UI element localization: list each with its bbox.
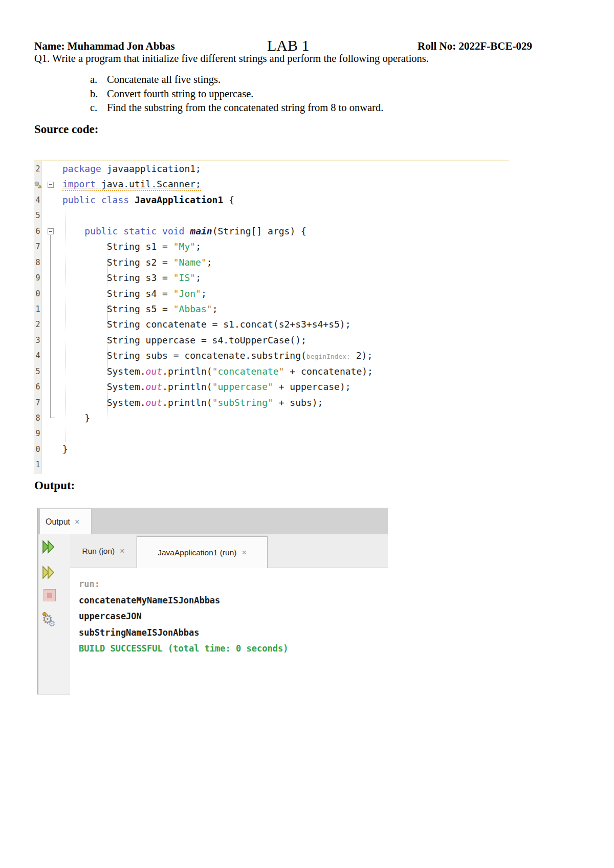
line-number: 9: [34, 426, 41, 441]
page-title: LAB 1: [267, 37, 310, 54]
console-lines: run:concatenateMyNameISJonAbbasuppercase…: [79, 576, 388, 657]
tab-run-jon[interactable]: Run (jon) ×: [70, 534, 137, 568]
code-lines[interactable]: 2package javaapplication1;import java.ut…: [34, 161, 509, 473]
code-line[interactable]: 7 System.out.println("subString" + subs)…: [34, 395, 509, 410]
line-number: 2: [34, 161, 41, 177]
unused-import-underline: import java.util.Scanner;: [62, 179, 201, 191]
roll-number: Roll No: 2022F-BCE-029: [418, 40, 532, 53]
code-line[interactable]: 3 String uppercase = s4.toUpperCase();: [34, 333, 509, 348]
code-line[interactable]: 6 System.out.println("uppercase" + upper…: [34, 379, 509, 395]
code-line[interactable]: 1: [34, 457, 509, 472]
code-line[interactable]: 5: [34, 208, 509, 223]
code-text: public class JavaApplication1 {: [62, 192, 234, 208]
line-number: 4: [34, 348, 41, 363]
code-line[interactable]: 0}: [34, 442, 509, 457]
rerun-with-changes-icon[interactable]: [42, 565, 57, 580]
code-text: String subs = concatenate.substring(begi…: [62, 348, 372, 364]
task-marker: c.: [90, 101, 107, 115]
line-number: 6: [34, 379, 41, 395]
console-output[interactable]: run:concatenateMyNameISJonAbbasuppercase…: [70, 568, 388, 695]
line-number: 8: [34, 255, 41, 270]
console-toolbar: ⚙⚙: [42, 534, 67, 550]
code-line[interactable]: 7 String s1 = "My";: [34, 239, 509, 254]
console-line: run:: [79, 576, 388, 593]
code-line[interactable]: 1 String s5 = "Abbas";: [34, 301, 509, 317]
code-text: System.out.println("uppercase" + upperca…: [62, 379, 351, 395]
stop-icon[interactable]: [43, 589, 59, 604]
code-text: package javaapplication1;: [62, 161, 201, 177]
console-line: concatenateMyNameISJonAbbas: [79, 593, 388, 609]
task-item: a. Concatenate all five stings.: [90, 73, 499, 87]
code-text: System.out.println("subString" + subs);: [62, 395, 323, 410]
tab-label: Output: [46, 517, 70, 527]
task-item: c. Find the substring from the concatena…: [90, 101, 499, 115]
task-marker: b.: [90, 87, 107, 101]
line-number: 7: [34, 239, 41, 254]
task-text: Convert fourth string to uppercase.: [107, 87, 253, 101]
tab-output-window[interactable]: Output ×: [39, 509, 92, 534]
output-panel: Output × ⚙⚙ Run (jon) × JavaApplication1…: [37, 508, 387, 695]
line-number: 6: [34, 224, 41, 239]
line-number: 0: [34, 286, 41, 301]
code-line[interactable]: 9 String s3 = "IS";: [34, 270, 509, 286]
code-line[interactable]: 6 public static void main(String[] args)…: [34, 224, 509, 239]
close-icon[interactable]: ×: [75, 517, 79, 527]
code-editor[interactable]: 2package javaapplication1;import java.ut…: [34, 160, 509, 474]
code-text: import java.util.Scanner;: [62, 177, 201, 192]
close-icon[interactable]: ×: [120, 547, 124, 556]
task-marker: a.: [90, 73, 107, 87]
output-window-tabstrip: Output ×: [38, 508, 388, 534]
line-number: 3: [34, 333, 41, 348]
code-line[interactable]: 4 String subs = concatenate.substring(be…: [34, 348, 509, 363]
fold-collapse-box[interactable]: [48, 182, 54, 188]
console-line: uppercaseJON: [79, 609, 388, 625]
fold-collapse-box[interactable]: [48, 228, 54, 234]
task-text: Find the substring from the concatenated…: [107, 101, 383, 115]
tab-label: Run (jon): [82, 547, 115, 556]
tab-label: JavaApplication1 (run): [158, 548, 236, 557]
warning-icon[interactable]: [34, 181, 41, 188]
tab-javaapplication1-run[interactable]: JavaApplication1 (run) ×: [137, 536, 268, 568]
code-line[interactable]: 5 System.out.println("concatenate" + con…: [34, 364, 509, 379]
line-number: 4: [34, 192, 41, 208]
fold-guide-line: [50, 235, 51, 418]
console-line: BUILD SUCCESSFUL (total time: 0 seconds): [79, 641, 388, 657]
code-text: String s2 = "Name";: [62, 255, 212, 270]
line-number: 5: [34, 208, 41, 223]
source-code-heading: Source code:: [34, 123, 98, 136]
task-text: Concatenate all five stings.: [107, 73, 221, 87]
line-number: 8: [34, 410, 41, 426]
code-text: public static void main(String[] args) {: [62, 224, 306, 239]
code-text: }: [62, 410, 90, 426]
question-text: Q1. Write a program that initialize five…: [34, 53, 546, 64]
settings-gears-icon[interactable]: ⚙⚙: [42, 612, 57, 627]
code-line[interactable]: 4public class JavaApplication1 {: [34, 192, 509, 208]
code-line[interactable]: 0 String s4 = "Jon";: [34, 286, 509, 301]
student-name: Name: Muhammad Jon Abbas: [34, 40, 175, 53]
line-number: 1: [34, 457, 41, 472]
task-item: b. Convert fourth string to uppercase.: [90, 87, 499, 101]
line-number: 1: [34, 301, 41, 317]
code-text: String s1 = "My";: [62, 239, 201, 254]
code-line[interactable]: 8 }: [34, 410, 509, 426]
code-text: String uppercase = s4.toUpperCase();: [62, 333, 306, 348]
rerun-icon[interactable]: [42, 539, 57, 555]
code-line[interactable]: 2package javaapplication1;: [34, 161, 509, 177]
fold-guide-corner: [50, 418, 55, 418]
line-number: 9: [34, 270, 41, 286]
task-list: a. Concatenate all five stings. b. Conve…: [90, 73, 499, 115]
editor-body[interactable]: 2package javaapplication1;import java.ut…: [34, 161, 509, 474]
line-number: 2: [34, 317, 41, 332]
line-number: 0: [34, 442, 41, 457]
close-icon[interactable]: ×: [242, 548, 246, 557]
code-line[interactable]: 2 String concatenate = s1.concat(s2+s3+s…: [34, 317, 509, 332]
lab-report-page: Name: Muhammad Jon Abbas LAB 1 Roll No: …: [0, 0, 614, 868]
code-line[interactable]: import java.util.Scanner;: [34, 177, 509, 192]
console-line: subStringNameISJonAbbas: [79, 625, 388, 641]
code-text: String s5 = "Abbas";: [62, 301, 217, 317]
code-text: String concatenate = s1.concat(s2+s3+s4+…: [62, 317, 351, 332]
code-line[interactable]: 9: [34, 426, 509, 441]
output-heading: Output:: [34, 479, 75, 492]
code-line[interactable]: 8 String s2 = "Name";: [34, 255, 509, 270]
code-text: String s4 = "Jon";: [62, 286, 207, 301]
